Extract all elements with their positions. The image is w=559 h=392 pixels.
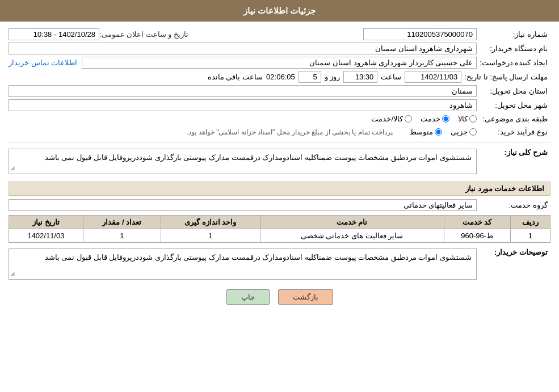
response-date: 1402/11/03 [405, 71, 461, 83]
purchase-radio-group: جزیی متوسط پرداخت تمام یا بخشی از مبلغ خ… [187, 128, 477, 136]
radio-kala-label: کالا [458, 115, 468, 123]
announce-value: 1402/10/28 - 10:38 [9, 28, 99, 40]
resize-icon-2: ◢ [10, 269, 15, 278]
radio-kala-input[interactable] [469, 115, 477, 123]
header-title: جزئیات اطلاعات نیاز [243, 6, 316, 15]
row-purchase-type: نوع فرآیند خرید: جزیی متوسط پرداخت تمام … [9, 125, 550, 138]
response-deadline-label: مهلت ارسال پاسخ: تا تاریخ: [461, 71, 550, 82]
row-requester: ایجاد کننده درخواست: علی حسینی کاربرداز … [9, 56, 550, 70]
row-buyer-notes: توصیحات خریدار: شستشوی اموات مردطبق مشخص… [9, 246, 550, 283]
need-number-label: شماره نیاز: [477, 29, 550, 40]
category-radio-group: کالا خدمت کالا/خدمت [371, 115, 477, 123]
response-time: 13:30 [343, 71, 377, 83]
buyer-org-label: نام دستگاه خریدار: [477, 43, 550, 54]
radio-jozei-input[interactable] [469, 128, 477, 136]
row-buyer-org: نام دستگاه خریدار: شهرداری شاهرود استان … [9, 41, 550, 56]
page-header: جزئیات اطلاعات نیاز [0, 0, 559, 22]
th-row: ردیف [510, 216, 550, 229]
radio-khedmat-label: خدمت [421, 115, 440, 123]
buyer-org-value: شهرداری شاهرود استان سمنان [9, 43, 477, 54]
main-content: شماره نیاز: 1102005375000070 تاریخ و ساع… [0, 22, 559, 317]
buttons-row: بازگشت چاپ [9, 283, 550, 311]
requester-label: ایجاد کننده درخواست: [477, 57, 550, 68]
print-button[interactable]: چاپ [226, 289, 270, 305]
purchase-notice: پرداخت تمام یا بخشی از مبلغ خریداز محل "… [187, 128, 393, 136]
radio-motavaset-label: متوسط [410, 128, 433, 136]
category-label: طبقه بندی موضوعی: [477, 113, 550, 124]
service-group-value: سایر فعالیتهای خدماتی [9, 199, 477, 211]
table-row: 1ط-96-960سایر فعالیت های خدماتی شخصی1114… [9, 229, 550, 243]
td-quantity: 1 [83, 229, 161, 243]
need-description-box: شستشوی اموات مردطبق مشخصات پیوست ضمناکلی… [9, 149, 477, 174]
th-unit: واحد اندازه گیری [161, 216, 260, 229]
response-remaining-label: ساعت باقی مانده [208, 73, 263, 81]
response-days: 5 [299, 71, 321, 83]
th-name: نام خدمت [260, 216, 444, 229]
th-date: تاریخ نیاز [9, 216, 83, 229]
row-province: استان محل تحویل: سمنان [9, 84, 550, 98]
row-response-deadline: مهلت ارسال پاسخ: تا تاریخ: 1402/11/03 سا… [9, 70, 550, 84]
row-category: طبقه بندی موضوعی: کالا خدمت کالا/خدمت [9, 112, 550, 125]
services-table: ردیف کد خدمت نام خدمت واحد اندازه گیری ت… [9, 215, 550, 243]
province-value: سمنان [9, 85, 477, 97]
th-quantity: تعداد / مقدار [83, 216, 161, 229]
radio-kala-khedmat: کالا/خدمت [371, 115, 412, 123]
td-date: 1402/11/03 [9, 229, 83, 243]
response-time-label: ساعت [381, 73, 401, 81]
page-wrapper: جزئیات اطلاعات نیاز شماره نیاز: 11020053… [0, 0, 559, 392]
buyer-notes-label: توصیحات خریدار: [477, 247, 550, 258]
need-description-text: شستشوی اموات مردطبق مشخصات پیوست ضمناکلی… [45, 153, 472, 162]
province-label: استان محل تحویل: [477, 86, 550, 96]
need-number-value: 1102005375000070 [363, 28, 477, 40]
radio-kala-khedmat-label: کالا/خدمت [371, 115, 403, 123]
response-remaining: 02:06:05 [266, 73, 295, 81]
city-label: شهر محل تحویل: [477, 100, 550, 111]
service-group-label: گروه خدمت: [477, 200, 550, 210]
buyer-notes-text: شستشوی اموات مردطبق مشخصات پیوست ضمناکلی… [45, 253, 472, 262]
separator-1 [9, 142, 550, 142]
announce-label: تاریخ و ساعت اعلان عمومی: [99, 30, 188, 39]
radio-motavaset: متوسط [410, 128, 442, 136]
city-value: شاهرود [9, 99, 477, 111]
radio-jozei-label: جزیی [451, 128, 468, 136]
radio-motavaset-input[interactable] [435, 128, 442, 136]
requester-link[interactable]: اطلاعات تماس خریدار [9, 58, 77, 67]
resize-icon: ◢ [10, 163, 15, 172]
buyer-notes-box: شستشوی اموات مردطبق مشخصات پیوست ضمناکلی… [9, 248, 477, 280]
row-need-number: شماره نیاز: 1102005375000070 تاریخ و ساع… [9, 27, 550, 41]
row-service-group: گروه خدمت: سایر فعالیتهای خدماتی [9, 198, 550, 212]
table-header-row: ردیف کد خدمت نام خدمت واحد اندازه گیری ت… [9, 216, 550, 229]
radio-khedmat: خدمت [421, 115, 449, 123]
requester-value: علی حسینی کاربرداز شهرداری شاهرود استان … [82, 57, 477, 69]
radio-jozei: جزیی [451, 128, 477, 136]
need-description-label: شرح کلی نیاز: [477, 147, 550, 158]
radio-kala-khedmat-input[interactable] [405, 115, 412, 123]
row-need-description: شرح کلی نیاز: شستشوی اموات مردطبق مشخصات… [9, 146, 550, 177]
services-section-title: اطلاعات خدمات مورد نیاز [9, 182, 550, 196]
td-unit: 1 [161, 229, 260, 243]
td-code: ط-96-960 [444, 229, 510, 243]
td-name: سایر فعالیت های خدماتی شخصی [260, 229, 444, 243]
response-days-label: روز و [325, 73, 341, 81]
back-button[interactable]: بازگشت [278, 289, 333, 305]
td-row: 1 [510, 229, 550, 243]
radio-kala: کالا [458, 115, 477, 123]
radio-khedmat-input[interactable] [442, 115, 449, 123]
th-code: کد خدمت [444, 216, 510, 229]
row-city: شهر محل تحویل: شاهرود [9, 98, 550, 112]
purchase-type-label: نوع فرآیند خرید: [477, 127, 550, 137]
